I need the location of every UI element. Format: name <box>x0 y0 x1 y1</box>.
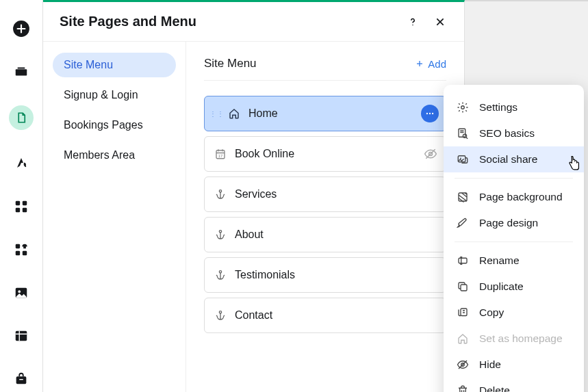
apps-icon[interactable] <box>12 197 31 216</box>
page-label: Services <box>235 188 439 200</box>
add-page-button[interactable]: Add <box>416 58 446 70</box>
pages-icon[interactable] <box>9 105 34 130</box>
home-icon <box>456 332 470 345</box>
menu-label: Social share <box>479 153 537 166</box>
menu-seo[interactable]: SEO basics <box>444 120 584 146</box>
social-share-icon <box>456 153 470 166</box>
svg-rect-8 <box>16 251 20 255</box>
menu-separator <box>455 241 573 242</box>
menu-hide[interactable]: Hide <box>444 352 584 378</box>
page-row-contact[interactable]: Contact <box>204 298 446 333</box>
page-row-home[interactable]: ⋮⋮ Home <box>204 96 446 131</box>
svg-rect-7 <box>16 244 20 248</box>
svg-point-23 <box>219 231 221 233</box>
media-icon[interactable] <box>12 283 31 302</box>
svg-rect-34 <box>461 309 467 316</box>
sidebar-item-members-area[interactable]: Members Area <box>53 143 176 168</box>
svg-rect-33 <box>461 285 467 291</box>
svg-text:17: 17 <box>218 154 223 158</box>
design-icon[interactable] <box>12 154 31 173</box>
svg-point-26 <box>461 106 465 109</box>
anchor-icon <box>214 229 227 240</box>
svg-rect-1 <box>16 69 27 75</box>
svg-point-11 <box>18 290 21 293</box>
calendar-icon: 17 <box>214 148 227 160</box>
sidebar-item-site-menu[interactable]: Site Menu <box>53 53 176 77</box>
drag-handle-icon[interactable]: ⋮⋮ <box>214 110 220 118</box>
menu-copy[interactable]: Copy <box>444 300 584 326</box>
sidebar-item-bookings-pages[interactable]: Bookings Pages <box>53 113 176 138</box>
menu-set-homepage: Set as homepage <box>444 326 584 352</box>
page-row-testimonials[interactable]: Testimonials <box>204 257 446 293</box>
menu-label: Duplicate <box>479 280 524 293</box>
brush-icon <box>456 216 470 230</box>
page-label: About <box>235 228 439 241</box>
page-row-services[interactable]: Services <box>204 177 446 212</box>
menu-label: Hide <box>479 358 501 371</box>
svg-rect-27 <box>459 129 465 137</box>
pages-panel: Site Pages and Menu Site Menu Signup & L… <box>43 0 465 392</box>
page-row-about[interactable]: About <box>204 217 446 252</box>
svg-point-17 <box>429 113 431 114</box>
svg-point-25 <box>219 311 221 313</box>
menu-rename[interactable]: Rename <box>444 248 584 274</box>
rename-icon <box>456 254 470 267</box>
section-title: Site Menu <box>204 57 416 70</box>
svg-rect-14 <box>19 379 23 380</box>
svg-rect-9 <box>23 251 27 255</box>
anchor-icon <box>214 310 227 321</box>
svg-point-15 <box>412 24 413 25</box>
menu-label: Rename <box>479 254 520 267</box>
panel-title: Site Pages and Menu <box>60 14 393 29</box>
menu-delete[interactable]: Delete <box>444 378 584 392</box>
menu-duplicate[interactable]: Duplicate <box>444 274 584 300</box>
trash-icon <box>456 384 470 392</box>
business-icon[interactable] <box>12 369 31 389</box>
gear-icon <box>456 101 470 114</box>
menu-label: Delete <box>479 384 510 392</box>
svg-point-18 <box>432 113 433 114</box>
sidebar-item-signup-login[interactable]: Signup & Login <box>53 83 176 107</box>
hidden-icon <box>424 147 439 161</box>
svg-rect-4 <box>23 201 27 205</box>
svg-point-16 <box>426 113 428 114</box>
svg-rect-13 <box>16 376 27 384</box>
close-icon[interactable] <box>433 14 448 29</box>
svg-point-24 <box>219 271 221 273</box>
menu-settings[interactable]: Settings <box>444 94 584 120</box>
menu-label: Copy <box>479 306 504 319</box>
menu-label: SEO basics <box>479 127 535 140</box>
menu-label: Set as homepage <box>479 332 563 345</box>
svg-point-22 <box>219 190 221 192</box>
duplicate-icon <box>456 280 470 293</box>
layers-icon[interactable] <box>12 62 31 81</box>
page-label: Contact <box>235 309 439 322</box>
svg-rect-6 <box>23 208 27 212</box>
more-actions-button[interactable] <box>421 105 439 122</box>
anchor-icon <box>214 189 227 200</box>
anchor-icon <box>214 270 227 280</box>
svg-point-30 <box>460 158 461 159</box>
add-icon[interactable] <box>12 19 31 38</box>
plugins-icon[interactable] <box>12 240 31 259</box>
menu-page-background[interactable]: Page background <box>444 184 584 210</box>
page-label: Home <box>248 107 413 120</box>
page-row-book-online[interactable]: 17 Book Online <box>204 136 446 172</box>
sidebar: Site Menu Signup & Login Bookings Pages … <box>43 42 186 392</box>
menu-page-design[interactable]: Page design <box>444 210 584 236</box>
page-context-menu: Settings SEO basics Social share Page ba… <box>444 85 584 392</box>
home-icon <box>228 107 240 120</box>
main-area: Site Menu Add ⋮⋮ Home <box>186 42 464 392</box>
left-rail <box>0 0 43 392</box>
data-icon[interactable] <box>12 326 31 345</box>
menu-social-share[interactable]: Social share <box>444 146 584 172</box>
menu-label: Settings <box>479 101 517 114</box>
menu-label: Page design <box>479 217 538 229</box>
page-label: Book Online <box>235 148 416 160</box>
menu-label: Page background <box>479 191 563 203</box>
menu-separator <box>455 178 573 179</box>
cursor-icon <box>567 156 582 174</box>
svg-rect-12 <box>16 331 27 341</box>
help-icon[interactable] <box>405 14 420 29</box>
search-doc-icon <box>456 127 470 140</box>
